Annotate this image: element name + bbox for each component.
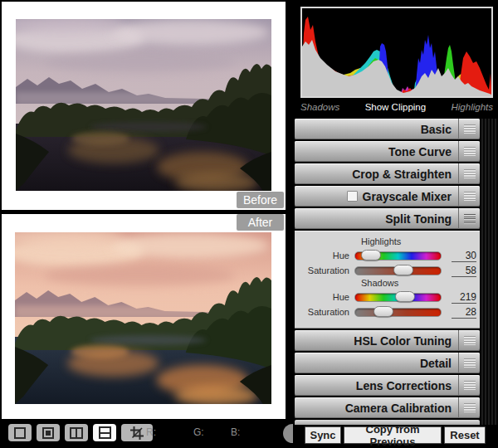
panel-header-basic[interactable]: Basic [295,119,480,139]
slider-thumb[interactable] [393,265,413,275]
after-canvas: After [2,214,286,419]
adjustments-pane: Shadows Show Clipping Highlights Basic T… [295,0,498,448]
panel-title: Camera Calibration [295,402,458,415]
highlights-clip-label: Highlights [451,102,493,112]
top-bottom-view-button[interactable] [93,424,116,441]
shadows-section-label: Shadows [361,278,480,290]
panel-header-tone-curve[interactable]: Tone Curve [295,141,480,162]
slider-thumb[interactable] [395,291,415,302]
after-badge: After [237,214,284,231]
vertical-split-icon [70,427,83,439]
highlights-saturation-slider[interactable] [354,266,442,275]
shadows-hue-slider[interactable] [354,293,442,302]
panel-title: Basic [295,123,458,136]
panel-title: Lens Corrections [295,379,458,392]
highlights-saturation-value[interactable]: 58 [452,265,476,277]
highlights-hue-value[interactable]: 30 [452,250,476,262]
view-mode-toolbar [8,424,153,441]
panel-title: Detail [295,357,458,370]
crop-icon [130,426,144,440]
hue-label: Hue [296,292,354,302]
panel-title: HSL Color Tuning [295,334,458,348]
horizontal-split-icon [99,426,111,439]
detail-view-icon [42,427,54,439]
panel-header-lens-corrections[interactable]: Lens Corrections [295,375,480,396]
grip-icon [458,330,480,351]
panel-header-hsl-color-tuning[interactable]: HSL Color Tuning [295,330,480,351]
shadows-hue-value[interactable]: 219 [452,291,476,304]
panel-title: Crop & Straighten [295,168,458,181]
shadows-saturation-slider[interactable] [354,308,442,317]
panel-header-crop-straighten[interactable]: Crop & Straighten [295,163,480,184]
side-by-side-view-button[interactable] [65,424,88,441]
grip-icon [458,163,480,184]
grip-icon [458,141,480,162]
after-photo[interactable] [15,232,271,404]
grip-icon [458,119,480,139]
shadows-saturation-row: Saturation 28 [295,304,480,319]
grip-icon [458,375,480,396]
highlights-hue-row: Hue 30 [295,248,480,263]
blue-readout-label: B: [231,426,240,438]
show-clipping-toggle[interactable]: Show Clipping [365,102,427,112]
green-readout-label: G: [193,426,204,438]
highlights-saturation-row: Saturation 58 [295,263,480,278]
histogram-plot [302,8,491,96]
grayscale-mixer-checkbox[interactable] [347,191,358,202]
before-photo[interactable] [16,19,271,191]
highlights-section-label: Highlights [361,236,480,248]
pane-edge-texture [480,119,498,425]
panel-title: Grayscale Mixer [363,190,452,203]
red-readout-label: R: [146,426,156,438]
shadows-hue-row: Hue 219 [295,290,480,304]
grip-icon [458,208,480,229]
histogram[interactable] [300,7,493,98]
before-badge: Before [237,192,284,208]
shadows-saturation-value[interactable]: 28 [452,306,476,319]
slider-thumb[interactable] [374,306,393,317]
grip-icon [458,186,480,207]
panel-header-detail[interactable]: Detail [295,353,480,373]
saturation-label: Saturation [296,265,354,275]
zoom-slider-knob[interactable] [283,424,293,443]
split-toning-panel: Highlights Hue 30 Saturation 58 Shadows [295,231,480,329]
single-view-button[interactable] [8,424,32,441]
hue-label: Hue [296,251,354,261]
camera-raw-window: Before After [0,0,498,448]
saturation-label: Saturation [296,307,354,317]
grip-icon [458,353,480,373]
slider-thumb[interactable] [361,250,381,261]
single-view-icon [14,427,26,439]
detail-view-button[interactable] [37,424,60,441]
panel-title: Split Toning [295,212,458,226]
panel-title: Tone Curve [295,145,458,158]
highlights-hue-slider[interactable] [354,251,442,261]
sync-button[interactable]: Sync [305,426,341,444]
copy-from-previous-button[interactable]: Copy from Previous [344,426,442,444]
reset-button[interactable]: Reset [444,426,486,444]
panel-header-camera-calibration[interactable]: Camera Calibration [295,397,480,418]
shadows-clip-label: Shadows [300,102,339,112]
action-button-bar: Sync Copy from Previous Reset [305,426,486,444]
panel-stack: Basic Tone Curve Crop & Straighten Grays… [295,119,480,425]
before-canvas: Before [2,2,286,210]
panel-header-split-toning[interactable]: Split Toning [295,208,480,229]
panel-header-grayscale-mixer[interactable]: Grayscale Mixer [295,186,480,207]
grip-icon [458,397,480,418]
